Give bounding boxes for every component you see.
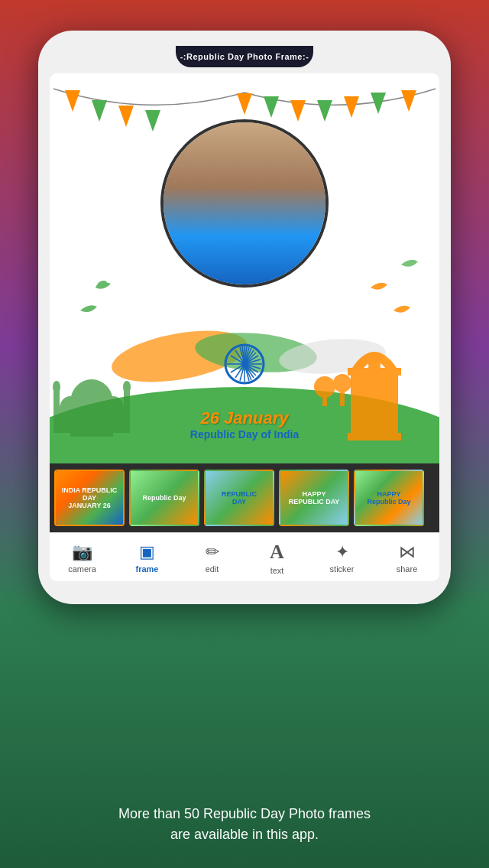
promo-line1: More than 50 Republic Day Photo frames xyxy=(118,806,371,821)
svg-marker-34 xyxy=(371,93,386,114)
text-icon: A xyxy=(270,541,284,564)
thumb-label-4: HAPPYREPUBLIC DAY xyxy=(280,471,348,525)
thumb-label-2: Republic Day xyxy=(131,471,198,525)
share-label: share xyxy=(397,564,418,574)
svg-line-59 xyxy=(244,364,256,375)
svg-marker-29 xyxy=(237,93,252,115)
svg-line-56 xyxy=(244,353,256,364)
svg-marker-33 xyxy=(344,96,359,118)
svg-point-17 xyxy=(368,355,381,373)
svg-rect-12 xyxy=(53,387,60,433)
svg-line-51 xyxy=(231,356,244,364)
svg-rect-24 xyxy=(340,383,345,406)
phone-notch: -:Republic Day Photo Frame:- xyxy=(176,46,313,67)
svg-rect-16 xyxy=(348,368,401,375)
svg-point-8 xyxy=(60,396,81,421)
svg-point-10 xyxy=(102,396,124,421)
svg-point-4 xyxy=(193,328,319,377)
phone-mockup: -:Republic Day Photo Frame:- xyxy=(38,31,451,604)
svg-rect-9 xyxy=(60,408,81,433)
svg-rect-7 xyxy=(70,402,113,437)
thumbnails-strip: INDIA REPUBLIC DAYJANUARY 26 Republic Da… xyxy=(50,463,439,532)
share-icon: ⋈ xyxy=(399,542,416,562)
svg-point-23 xyxy=(333,374,351,392)
svg-point-3 xyxy=(108,322,251,391)
promo-line2: are available in this app. xyxy=(170,827,319,842)
thumbnail-5[interactable]: HAPPYRepublic Day xyxy=(354,470,424,526)
svg-line-61 xyxy=(242,346,244,364)
svg-line-41 xyxy=(244,356,258,364)
svg-marker-27 xyxy=(118,106,134,127)
profile-photo xyxy=(160,119,329,288)
date-overlay: 26 January Republic Day of India xyxy=(190,408,299,441)
svg-line-60 xyxy=(244,364,251,380)
toolbar-text[interactable]: A text xyxy=(254,541,300,575)
thumbnail-3[interactable]: REPUBLICDAY xyxy=(204,470,274,526)
svg-line-57 xyxy=(244,359,261,364)
app-screen: 26 January Republic Day of India INDIA R… xyxy=(50,73,439,581)
edit-icon: ✏ xyxy=(206,542,219,562)
sticker-icon: ✦ xyxy=(335,542,349,562)
thumb-label-5: HAPPYRepublic Day xyxy=(355,471,423,525)
toolbar-frame[interactable]: ▣ frame xyxy=(125,542,170,574)
svg-marker-35 xyxy=(401,90,416,112)
svg-rect-19 xyxy=(384,402,395,437)
toolbar-edit[interactable]: ✏ edit xyxy=(189,542,235,574)
svg-point-13 xyxy=(53,381,60,393)
svg-point-5 xyxy=(277,335,387,378)
thumb-label-3: REPUBLICDAY xyxy=(206,471,273,525)
svg-line-39 xyxy=(244,347,249,364)
edit-label: edit xyxy=(206,564,219,574)
svg-line-44 xyxy=(244,364,254,378)
svg-line-43 xyxy=(244,364,258,372)
svg-rect-11 xyxy=(102,408,124,433)
svg-line-45 xyxy=(244,364,249,381)
svg-line-52 xyxy=(235,350,244,364)
svg-point-21 xyxy=(314,376,335,398)
svg-line-47 xyxy=(240,364,244,381)
svg-marker-28 xyxy=(145,110,160,132)
person-image xyxy=(164,122,325,284)
svg-line-40 xyxy=(244,350,254,364)
toolbar-camera[interactable]: 📷 camera xyxy=(60,542,105,574)
promo-text: More than 50 Republic Day Photo frames a… xyxy=(0,804,489,845)
svg-line-55 xyxy=(244,348,251,364)
bottom-toolbar: 📷 camera ▣ frame ✏ edit A text ✦ sticker… xyxy=(50,532,439,581)
thumb-label-1: INDIA REPUBLIC DAYJANUARY 26 xyxy=(56,471,123,525)
svg-line-49 xyxy=(231,364,244,372)
svg-line-54 xyxy=(244,346,247,364)
camera-icon: 📷 xyxy=(72,542,92,562)
sticker-label: sticker xyxy=(330,564,355,574)
svg-rect-20 xyxy=(348,433,401,441)
svg-marker-30 xyxy=(264,96,279,118)
date-line1: 26 January xyxy=(190,408,299,428)
svg-point-15 xyxy=(123,381,131,393)
svg-point-37 xyxy=(241,361,248,367)
svg-line-58 xyxy=(244,364,261,369)
thumbnail-4[interactable]: HAPPYREPUBLIC DAY xyxy=(279,470,349,526)
svg-marker-31 xyxy=(290,100,306,122)
text-label: text xyxy=(270,566,284,575)
svg-rect-14 xyxy=(124,387,130,433)
thumbnail-1[interactable]: INDIA REPUBLIC DAYJANUARY 26 xyxy=(54,470,125,526)
svg-marker-26 xyxy=(92,100,107,122)
thumbnail-2[interactable]: Republic Day xyxy=(129,470,199,526)
svg-point-36 xyxy=(225,345,264,383)
svg-marker-32 xyxy=(317,100,332,122)
date-line2: Republic Day of India xyxy=(190,428,299,441)
svg-line-53 xyxy=(240,347,244,364)
svg-rect-18 xyxy=(354,402,364,437)
camera-label: camera xyxy=(68,564,96,574)
svg-rect-22 xyxy=(322,387,327,406)
toolbar-sticker[interactable]: ✦ sticker xyxy=(319,542,365,574)
toolbar-share[interactable]: ⋈ share xyxy=(384,542,430,574)
app-title: -:Republic Day Photo Frame:- xyxy=(180,52,309,61)
frame-label: frame xyxy=(136,564,159,574)
svg-line-48 xyxy=(235,364,244,378)
frame-icon: ▣ xyxy=(139,542,155,562)
photo-frame-area: 26 January Republic Day of India xyxy=(50,73,439,463)
svg-point-6 xyxy=(70,379,113,425)
svg-marker-25 xyxy=(65,90,80,112)
